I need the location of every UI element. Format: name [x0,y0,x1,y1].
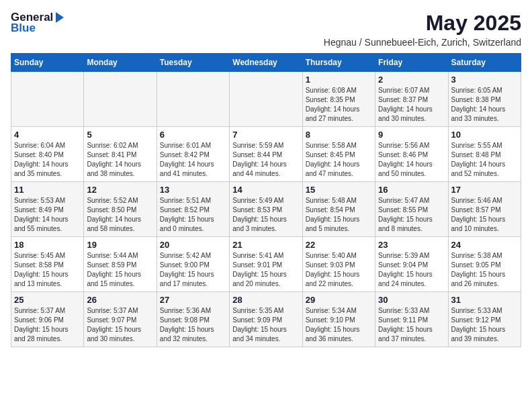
day-number: 28 [232,295,299,305]
day-number: 22 [306,240,372,250]
day-number: 27 [160,295,226,305]
day-info: Sunrise: 6:05 AM Sunset: 8:38 PM Dayligh… [451,86,518,124]
day-info: Sunrise: 5:40 AM Sunset: 9:03 PM Dayligh… [306,251,372,289]
calendar-cell: 1Sunrise: 6:08 AM Sunset: 8:35 PM Daylig… [302,72,375,127]
day-header-monday: Monday [84,54,157,72]
week-row-1: 1Sunrise: 6:08 AM Sunset: 8:35 PM Daylig… [11,72,521,127]
calendar-cell [84,72,157,127]
calendar-cell: 5Sunrise: 6:02 AM Sunset: 8:41 PM Daylig… [84,127,157,182]
week-row-5: 25Sunrise: 5:37 AM Sunset: 9:06 PM Dayli… [11,292,521,347]
day-info: Sunrise: 5:37 AM Sunset: 9:07 PM Dayligh… [87,306,153,344]
calendar-table: SundayMondayTuesdayWednesdayThursdayFrid… [11,53,521,347]
calendar-cell [11,72,84,127]
calendar-cell: 18Sunrise: 5:45 AM Sunset: 8:58 PM Dayli… [11,237,84,292]
day-number: 31 [451,295,518,305]
logo-blue: Blue [11,21,66,35]
day-number: 20 [160,240,226,250]
day-info: Sunrise: 6:04 AM Sunset: 8:40 PM Dayligh… [14,141,81,179]
calendar-cell [157,72,229,127]
day-number: 16 [378,185,445,195]
day-info: Sunrise: 5:33 AM Sunset: 9:11 PM Dayligh… [378,306,445,344]
day-number: 12 [87,185,153,195]
day-info: Sunrise: 6:02 AM Sunset: 8:41 PM Dayligh… [87,141,153,179]
calendar-subtitle: Hegnau / Sunnebueel-Eich, Zurich, Switze… [324,37,521,48]
day-info: Sunrise: 5:55 AM Sunset: 8:48 PM Dayligh… [451,141,518,179]
day-info: Sunrise: 5:46 AM Sunset: 8:57 PM Dayligh… [451,196,518,234]
calendar-cell: 13Sunrise: 5:51 AM Sunset: 8:52 PM Dayli… [157,182,229,237]
day-info: Sunrise: 5:58 AM Sunset: 8:45 PM Dayligh… [306,141,372,179]
day-header-thursday: Thursday [302,54,375,72]
calendar-cell: 31Sunrise: 5:33 AM Sunset: 9:12 PM Dayli… [448,292,521,347]
day-header-saturday: Saturday [448,54,521,72]
day-info: Sunrise: 5:44 AM Sunset: 8:59 PM Dayligh… [87,251,153,289]
calendar-cell: 25Sunrise: 5:37 AM Sunset: 9:06 PM Dayli… [11,292,84,347]
week-row-2: 4Sunrise: 6:04 AM Sunset: 8:40 PM Daylig… [11,127,521,182]
day-number: 24 [451,240,518,250]
day-number: 18 [14,240,81,250]
day-info: Sunrise: 5:41 AM Sunset: 9:01 PM Dayligh… [232,251,299,289]
calendar-cell: 17Sunrise: 5:46 AM Sunset: 8:57 PM Dayli… [448,182,521,237]
calendar-cell: 24Sunrise: 5:38 AM Sunset: 9:05 PM Dayli… [448,237,521,292]
calendar-cell: 27Sunrise: 5:36 AM Sunset: 9:08 PM Dayli… [157,292,229,347]
day-info: Sunrise: 5:36 AM Sunset: 9:08 PM Dayligh… [160,306,226,344]
day-info: Sunrise: 6:07 AM Sunset: 8:37 PM Dayligh… [378,86,445,124]
day-number: 26 [87,295,153,305]
day-number: 19 [87,240,153,250]
calendar-cell: 6Sunrise: 6:01 AM Sunset: 8:42 PM Daylig… [157,127,229,182]
day-number: 25 [14,295,81,305]
day-header-wednesday: Wednesday [230,54,302,72]
calendar-cell: 21Sunrise: 5:41 AM Sunset: 9:01 PM Dayli… [230,237,302,292]
calendar-header-row: SundayMondayTuesdayWednesdayThursdayFrid… [11,54,521,72]
day-number: 5 [87,130,153,140]
calendar-cell: 23Sunrise: 5:39 AM Sunset: 9:04 PM Dayli… [375,237,448,292]
day-number: 11 [14,185,81,195]
week-row-3: 11Sunrise: 5:53 AM Sunset: 8:49 PM Dayli… [11,182,521,237]
day-number: 23 [378,240,445,250]
day-number: 3 [451,75,518,85]
day-info: Sunrise: 5:37 AM Sunset: 9:06 PM Dayligh… [14,306,81,344]
day-number: 29 [306,295,372,305]
calendar-cell: 14Sunrise: 5:49 AM Sunset: 8:53 PM Dayli… [230,182,302,237]
calendar-cell: 15Sunrise: 5:48 AM Sunset: 8:54 PM Dayli… [302,182,375,237]
day-number: 4 [14,130,81,140]
logo: General Blue [11,11,66,35]
calendar-cell: 11Sunrise: 5:53 AM Sunset: 8:49 PM Dayli… [11,182,84,237]
day-info: Sunrise: 5:53 AM Sunset: 8:49 PM Dayligh… [14,196,81,234]
day-info: Sunrise: 5:56 AM Sunset: 8:46 PM Dayligh… [378,141,445,179]
day-info: Sunrise: 5:38 AM Sunset: 9:05 PM Dayligh… [451,251,518,289]
day-info: Sunrise: 5:51 AM Sunset: 8:52 PM Dayligh… [160,196,226,234]
week-row-4: 18Sunrise: 5:45 AM Sunset: 8:58 PM Dayli… [11,237,521,292]
day-number: 15 [306,185,372,195]
day-info: Sunrise: 5:49 AM Sunset: 8:53 PM Dayligh… [232,196,299,234]
calendar-cell: 28Sunrise: 5:35 AM Sunset: 9:09 PM Dayli… [230,292,302,347]
day-info: Sunrise: 5:39 AM Sunset: 9:04 PM Dayligh… [378,251,445,289]
calendar-cell: 7Sunrise: 5:59 AM Sunset: 8:44 PM Daylig… [230,127,302,182]
day-number: 21 [232,240,299,250]
calendar-cell: 12Sunrise: 5:52 AM Sunset: 8:50 PM Dayli… [84,182,157,237]
calendar-title: May 2025 [324,11,521,36]
day-info: Sunrise: 5:33 AM Sunset: 9:12 PM Dayligh… [451,306,518,344]
day-number: 10 [451,130,518,140]
day-info: Sunrise: 6:01 AM Sunset: 8:42 PM Dayligh… [160,141,226,179]
calendar-cell: 3Sunrise: 6:05 AM Sunset: 8:38 PM Daylig… [448,72,521,127]
calendar-cell: 2Sunrise: 6:07 AM Sunset: 8:37 PM Daylig… [375,72,448,127]
day-info: Sunrise: 5:52 AM Sunset: 8:50 PM Dayligh… [87,196,153,234]
day-number: 17 [451,185,518,195]
day-info: Sunrise: 5:47 AM Sunset: 8:55 PM Dayligh… [378,196,445,234]
calendar-cell: 16Sunrise: 5:47 AM Sunset: 8:55 PM Dayli… [375,182,448,237]
day-info: Sunrise: 5:59 AM Sunset: 8:44 PM Dayligh… [232,141,299,179]
day-info: Sunrise: 5:45 AM Sunset: 8:58 PM Dayligh… [14,251,81,289]
day-number: 13 [160,185,226,195]
title-section: May 2025 Hegnau / Sunnebueel-Eich, Zuric… [324,11,521,48]
calendar-cell: 9Sunrise: 5:56 AM Sunset: 8:46 PM Daylig… [375,127,448,182]
day-number: 1 [306,75,372,85]
day-number: 14 [232,185,299,195]
calendar-cell: 20Sunrise: 5:42 AM Sunset: 9:00 PM Dayli… [157,237,229,292]
day-info: Sunrise: 5:35 AM Sunset: 9:09 PM Dayligh… [232,306,299,344]
day-info: Sunrise: 6:08 AM Sunset: 8:35 PM Dayligh… [306,86,372,124]
day-info: Sunrise: 5:42 AM Sunset: 9:00 PM Dayligh… [160,251,226,289]
day-info: Sunrise: 5:34 AM Sunset: 9:10 PM Dayligh… [306,306,372,344]
day-number: 2 [378,75,445,85]
calendar-cell: 30Sunrise: 5:33 AM Sunset: 9:11 PM Dayli… [375,292,448,347]
calendar-cell [230,72,302,127]
